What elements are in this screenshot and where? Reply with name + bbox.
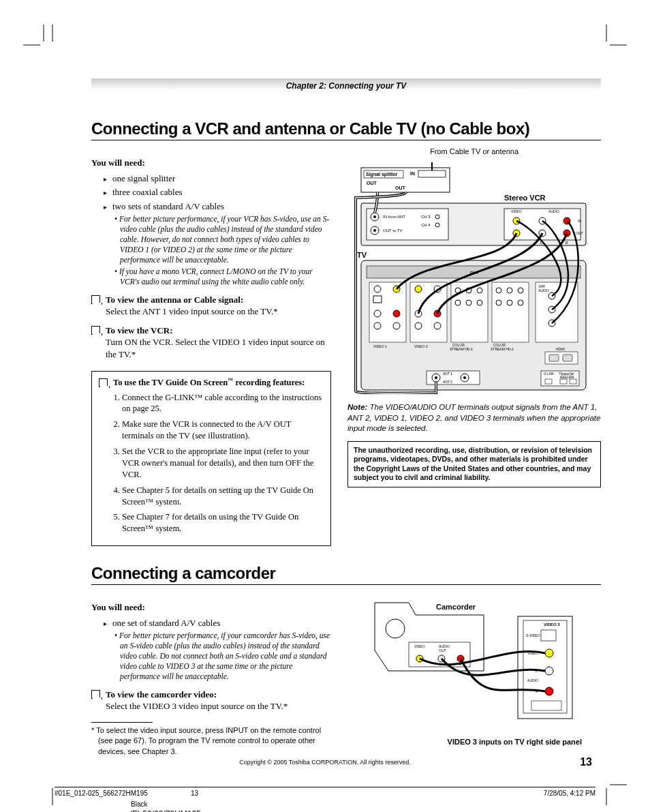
svg-text:IN: IN [578, 219, 581, 223]
diagram-caption: VIDEO 3 inputs on TV right side panel [347, 738, 601, 746]
svg-rect-96 [570, 379, 576, 384]
needs-list: one signal splitter three coaxial cables… [91, 172, 331, 213]
you-will-need-label: You will need: [91, 601, 331, 614]
svg-text:VIDEO 3: VIDEO 3 [544, 622, 560, 627]
svg-text:ANT 1: ANT 1 [443, 372, 452, 376]
svg-point-43 [374, 286, 381, 292]
diagram-top-label: From Cable TV or antenna [347, 147, 601, 155]
list-item: Set the VCR to the appropriate line inpu… [122, 446, 324, 481]
view-vcr-body: Turn ON the VCR. Select the VIDEO 1 vide… [106, 336, 331, 360]
checkbox-icon [91, 326, 100, 335]
you-will-need-label: You will need: [91, 157, 331, 169]
svg-point-67 [518, 300, 523, 305]
svg-text:TV: TV [357, 251, 367, 259]
section2-title: Connecting a camcorder [91, 564, 601, 585]
svg-point-97 [386, 619, 405, 638]
svg-point-12 [373, 215, 376, 218]
guide-title-post: recording features: [233, 378, 305, 388]
svg-text:ANT 2: ANT 2 [443, 380, 452, 384]
svg-text:CH 4: CH 4 [421, 223, 431, 227]
svg-rect-80 [549, 355, 559, 361]
svg-point-50 [415, 286, 422, 292]
svg-text:OUT: OUT [367, 181, 377, 185]
view-camcorder-body: Select the VIDEO 3 video input source on… [106, 700, 331, 712]
note-label: Note: [347, 403, 367, 411]
svg-point-63 [507, 288, 512, 293]
footnote: * To select the video input source, pres… [91, 725, 331, 757]
view-vcr-title: To view the VCR: [106, 325, 173, 337]
svg-text:G-LINK: G-LINK [544, 372, 554, 376]
svg-text:VIDEO: VIDEO [414, 644, 425, 648]
svg-text:IN from ANT: IN from ANT [383, 215, 405, 219]
svg-text:OUT: OUT [395, 185, 406, 190]
svg-text:IEEE1394: IEEE1394 [560, 376, 574, 379]
svg-point-20 [435, 223, 439, 227]
list-item: See Chapter 5 for details on setting up … [122, 485, 324, 508]
list-item: one signal splitter [104, 172, 331, 185]
sub-note: For better picture performance, if your … [98, 214, 331, 265]
svg-point-64 [518, 288, 523, 293]
svg-rect-45 [373, 296, 382, 303]
svg-rect-81 [563, 355, 572, 361]
svg-text:VIDEO: VIDEO [511, 209, 522, 213]
guide-title-pre: To use the TV Guide On Screen [113, 378, 228, 388]
section1-title: Connecting a VCR and antenna or Cable TV… [91, 119, 601, 140]
svg-text:OUT: OUT [576, 231, 583, 235]
svg-rect-111 [541, 630, 556, 641]
list-item: three coaxial cables [104, 186, 331, 198]
connection-diagram-vcr: Signal splitter IN OUT OUT Stereo VCR IN… [347, 162, 593, 394]
note-block: Note: The VIDEO/AUDIO OUT terminals outp… [347, 402, 601, 434]
svg-point-65 [496, 300, 501, 305]
svg-text:AUDIO: AUDIO [527, 678, 538, 682]
svg-rect-120 [531, 701, 561, 710]
print-page: 13 [191, 790, 198, 797]
svg-rect-4 [418, 170, 446, 177]
print-meta: #01E_012-025_566272HM195 13 7/28/05, 4:1… [55, 787, 595, 797]
svg-point-59 [455, 300, 461, 305]
list-item: See Chapter 7 for details on using the T… [122, 511, 324, 535]
svg-text:Stereo VCR: Stereo VCR [504, 194, 546, 202]
svg-text:STREAM HD-1: STREAM HD-1 [450, 347, 473, 351]
svg-text:OUT: OUT [439, 648, 446, 652]
svg-text:R: R [566, 241, 568, 245]
crop-mark [600, 25, 627, 52]
checkbox-icon [91, 295, 100, 304]
svg-text:Signal splitter: Signal splitter [366, 172, 398, 177]
svg-text:AUDIO: AUDIO [538, 288, 549, 292]
list-item: Make sure the VCR is connected to the A/… [122, 419, 324, 442]
page-number: 13 [580, 756, 592, 768]
crop-mark [600, 778, 627, 805]
svg-rect-95 [560, 379, 567, 384]
svg-text:IN: IN [410, 171, 415, 176]
svg-point-49 [393, 322, 400, 329]
guide-title: To use the TV Guide On Screen™ recording… [113, 377, 305, 389]
svg-text:AUDIO: AUDIO [548, 209, 559, 213]
svg-point-66 [507, 300, 512, 305]
print-time: 7/28/05, 4:12 PM [544, 790, 595, 797]
svg-point-18 [435, 215, 439, 219]
legal-box: The unauthorized recording, use, distrib… [347, 441, 601, 488]
list-item: Connect the G-LINK™ cable according to t… [122, 392, 324, 415]
svg-text:VIDEO 1: VIDEO 1 [373, 344, 387, 348]
svg-point-113 [545, 649, 553, 657]
svg-point-15 [373, 229, 376, 232]
svg-text:HDMI: HDMI [556, 347, 565, 351]
model-label: (E) 56/62/72HM195 [129, 809, 201, 812]
svg-point-54 [415, 322, 422, 329]
svg-point-55 [434, 322, 441, 329]
list-item: one set of standard A/V cables [104, 617, 331, 629]
checkbox-icon [99, 378, 108, 387]
svg-point-62 [496, 288, 501, 293]
svg-point-61 [477, 300, 482, 305]
svg-text:S-VIDEO: S-VIDEO [526, 633, 540, 637]
svg-rect-94 [545, 379, 552, 384]
view-antenna-body: Select the ANT 1 video input source on t… [106, 305, 331, 318]
page-footer: Copyright © 2005 Toshiba CORPORATION. Al… [0, 759, 650, 766]
guide-box: To use the TV Guide On Screen™ recording… [91, 371, 331, 546]
svg-text:STREAM HD-2: STREAM HD-2 [491, 347, 514, 351]
svg-text:OUT to TV: OUT to TV [383, 228, 402, 232]
print-color: Black [131, 800, 147, 808]
chapter-title: Chapter 2: Connecting your TV [91, 81, 601, 91]
svg-point-58 [477, 288, 482, 293]
svg-point-115 [545, 667, 553, 675]
